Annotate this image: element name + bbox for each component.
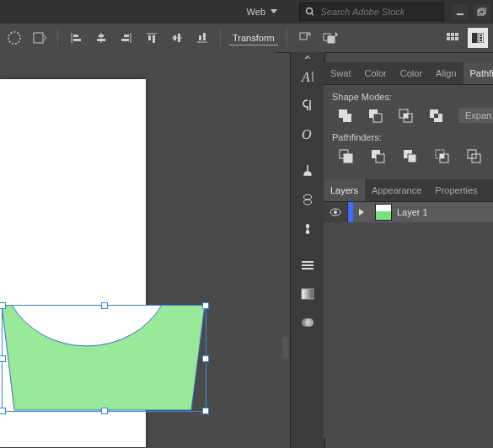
svg-rect-15 <box>121 39 129 41</box>
isolate-icon[interactable] <box>296 29 314 47</box>
svg-point-70 <box>334 211 337 214</box>
gradient-panel-icon[interactable] <box>291 280 324 308</box>
align-bottom-icon[interactable] <box>193 29 212 47</box>
panel-layout-a-button[interactable] <box>442 28 463 48</box>
selected-shape[interactable] <box>2 305 205 414</box>
transparency-panel-icon[interactable] <box>291 308 324 337</box>
svg-rect-27 <box>328 36 335 43</box>
layer-name-label[interactable]: Layer 1 <box>397 207 428 217</box>
svg-rect-54 <box>404 114 408 118</box>
symbols-panel-icon[interactable] <box>291 185 324 214</box>
tabrow-top: Swat Color Color Align Pathfinder <box>324 62 493 85</box>
tab-align[interactable]: Align <box>429 62 463 84</box>
trim-icon[interactable] <box>369 147 386 164</box>
svg-rect-25 <box>300 33 307 40</box>
align-hcenter-icon[interactable] <box>92 29 110 47</box>
brushes-panel-icon[interactable] <box>291 157 324 185</box>
intersect-icon[interactable] <box>398 107 413 124</box>
eye-icon <box>330 208 341 216</box>
svg-rect-63 <box>408 154 416 163</box>
transform-link[interactable]: Transform <box>229 31 278 45</box>
svg-rect-57 <box>434 114 438 118</box>
svg-rect-30 <box>455 33 458 36</box>
shape-modes-icon[interactable] <box>321 29 340 47</box>
svg-rect-37 <box>480 37 482 39</box>
svg-text:A: A <box>301 70 310 84</box>
tab-pathfinder[interactable]: Pathfinder <box>464 62 493 84</box>
collapsed-panel-dock: A O <box>290 52 325 448</box>
opentype-panel-icon[interactable]: O <box>291 120 324 148</box>
exclude-icon[interactable] <box>428 107 443 124</box>
tab-layers[interactable]: Layers <box>324 179 365 201</box>
panel-layout-b-button[interactable] <box>468 28 488 48</box>
stroke-panel-icon[interactable] <box>291 251 324 280</box>
layer-row[interactable]: Layer 1 <box>324 202 493 222</box>
svg-rect-21 <box>178 34 180 42</box>
merge-icon[interactable] <box>401 147 418 164</box>
swatches-suit-icon[interactable] <box>291 214 324 243</box>
canvas-area[interactable] <box>0 52 276 448</box>
window-minimize-button[interactable] <box>453 4 468 19</box>
right-panel-group: Swat Color Color Align Pathfinder Shape … <box>324 62 493 438</box>
chevron-right-icon <box>359 209 364 216</box>
minus-front-icon[interactable] <box>367 107 383 124</box>
stock-search-input[interactable] <box>319 6 438 18</box>
document-setup-icon[interactable] <box>30 29 49 47</box>
tab-swatches[interactable]: Swat <box>324 62 357 84</box>
stock-search[interactable] <box>299 3 444 21</box>
svg-line-1 <box>312 13 313 16</box>
svg-rect-24 <box>203 33 206 40</box>
tab-appearance[interactable]: Appearance <box>365 179 428 201</box>
tab-color[interactable]: Color <box>357 62 393 84</box>
svg-point-47 <box>305 318 313 327</box>
control-bar: Transform <box>0 24 493 53</box>
shape-modes-label: Shape Modes: <box>332 92 485 102</box>
app-menubar: Web <box>0 0 493 24</box>
svg-rect-17 <box>148 35 151 40</box>
tab-properties[interactable]: Properties <box>428 179 484 201</box>
workspace-label: Web <box>247 7 265 17</box>
chevron-down-icon <box>271 9 277 14</box>
svg-point-0 <box>307 8 313 14</box>
svg-rect-31 <box>447 37 450 40</box>
svg-rect-9 <box>73 39 81 41</box>
appearance-icon[interactable] <box>5 29 24 47</box>
svg-rect-3 <box>478 10 484 15</box>
svg-rect-32 <box>451 37 454 40</box>
align-vcenter-icon[interactable] <box>168 29 186 47</box>
tabrow-mid: Layers Appearance Properties <box>324 179 493 202</box>
outline-icon[interactable] <box>465 147 482 164</box>
svg-rect-49 <box>343 114 351 122</box>
character-panel-icon[interactable]: A <box>291 62 324 91</box>
align-left-icon[interactable] <box>67 29 85 47</box>
pathfinders-label: Pathfinders: <box>332 132 485 142</box>
panel-resize-handle[interactable] <box>282 337 288 359</box>
visibility-toggle[interactable] <box>324 202 348 222</box>
svg-rect-61 <box>376 154 384 163</box>
align-top-icon[interactable] <box>142 29 161 47</box>
svg-rect-4 <box>480 8 485 13</box>
workspace-switcher[interactable]: Web <box>240 3 284 20</box>
unite-icon[interactable] <box>337 107 352 124</box>
layers-panel: Layer 1 <box>324 202 493 438</box>
svg-rect-45 <box>302 289 313 299</box>
svg-rect-51 <box>373 114 382 122</box>
svg-text:O: O <box>302 127 312 141</box>
layer-expand-toggle[interactable] <box>353 202 370 222</box>
svg-rect-23 <box>199 35 201 40</box>
svg-rect-33 <box>455 37 458 40</box>
svg-rect-59 <box>344 154 352 163</box>
crop-icon[interactable] <box>433 147 450 164</box>
svg-point-5 <box>8 32 20 44</box>
svg-rect-8 <box>73 35 78 37</box>
paragraph-panel-icon[interactable] <box>291 91 324 120</box>
layer-thumbnail <box>375 204 392 221</box>
tab-color-guide[interactable]: Color <box>394 62 429 84</box>
window-restore-button[interactable] <box>474 4 490 19</box>
expand-dock-button[interactable] <box>291 52 324 62</box>
svg-rect-34 <box>472 33 477 43</box>
divide-icon[interactable] <box>337 147 354 164</box>
expand-button[interactable]: Expan <box>458 108 493 123</box>
svg-rect-66 <box>440 154 444 158</box>
align-right-icon[interactable] <box>117 29 136 47</box>
